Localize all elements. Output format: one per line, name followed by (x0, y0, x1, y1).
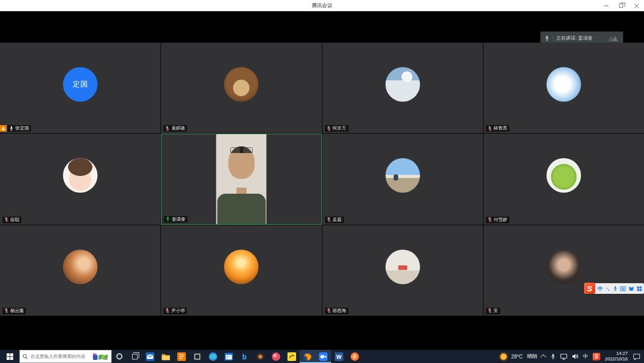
participant-tile[interactable]: 姜清奎 (161, 134, 321, 224)
mic-icon (544, 35, 550, 42)
participant-name: 安 (494, 308, 498, 314)
ime-punctuation-button[interactable]: ·, (605, 286, 610, 291)
weather-condition[interactable]: 晴朗 (527, 353, 537, 360)
tray-volume-icon[interactable] (572, 353, 578, 359)
system-tray: 28°C 晴朗 中 S 14:27 2022/10/16 (500, 350, 644, 363)
avatar (224, 250, 259, 284)
red-circle-app-icon[interactable] (268, 350, 284, 363)
ime-chinese-mode-button[interactable]: 中 (598, 285, 603, 292)
file-explorer-icon[interactable] (158, 350, 174, 363)
edge-icon[interactable] (205, 350, 221, 363)
participant-tile[interactable]: 吴霞 (323, 134, 483, 224)
close-icon (634, 4, 639, 8)
start-button[interactable] (0, 350, 19, 363)
mic-status-icon (166, 216, 170, 222)
participant-tile[interactable]: 何京万 (323, 43, 483, 133)
avatar (224, 67, 259, 102)
avatar (63, 158, 98, 193)
dark-circle-app-icon[interactable] (252, 350, 268, 363)
orange-note-app-icon[interactable] (174, 350, 189, 363)
ime-keyboard-menu-icon[interactable] (620, 286, 626, 291)
participant-name: 姜清奎 (172, 216, 185, 223)
task-view-icon (132, 354, 138, 359)
participant-name: 邵西海 (333, 308, 346, 314)
clock-date: 2022/10/16 (605, 356, 628, 362)
weather-temp[interactable]: 28°C (511, 354, 523, 359)
flame-app-icon[interactable] (347, 350, 363, 363)
participant-tile[interactable]: 袁婷璐 (161, 43, 321, 133)
window-titlebar: 腾讯会议 (0, 0, 644, 11)
tencent-meeting-icon[interactable] (315, 350, 331, 363)
yellow-app-icon[interactable] (284, 350, 300, 363)
mic-status-icon (488, 308, 492, 314)
minimize-icon (604, 6, 608, 6)
dark-app-icon[interactable] (189, 350, 205, 363)
weather-sun-icon[interactable] (500, 353, 507, 360)
mic-status-icon (327, 126, 331, 132)
word-icon[interactable]: W (331, 350, 347, 363)
restore-button[interactable] (614, 0, 629, 11)
ime-mode-indicator[interactable]: 中 (583, 353, 588, 360)
mail-icon[interactable] (142, 350, 158, 363)
mic-status-icon (165, 308, 170, 314)
participant-tile[interactable]: 付雪娇 (484, 134, 644, 224)
tray-mic-icon[interactable] (551, 353, 556, 360)
mic-status-icon (488, 217, 492, 223)
tencent-meeting-window: 腾讯会议 正在讲话: 姜清奎 定国张定国袁婷璐何京万林青亮侯聪姜清奎吴霞付雪娇杨… (0, 0, 644, 363)
meeting-logo-icon (607, 35, 619, 42)
action-center-icon[interactable] (633, 354, 640, 359)
clock-time: 14:27 (605, 351, 628, 356)
participant-name: 张定国 (15, 125, 29, 132)
orange-circle-app-icon[interactable] (300, 350, 315, 363)
svg-text:b: b (242, 352, 247, 360)
sogou-tray-icon[interactable]: S (593, 353, 600, 360)
participant-name: 何京万 (333, 125, 346, 132)
minimize-button[interactable] (598, 0, 614, 11)
search-highlight-icons[interactable] (91, 352, 109, 360)
participant-name: 侯聪 (10, 217, 19, 223)
tray-display-icon[interactable] (560, 353, 567, 360)
speaking-label: 正在讲话: 姜清奎 (556, 35, 593, 42)
participant-tile[interactable]: 林青亮 (484, 43, 644, 133)
sogou-input-toolbar[interactable]: S 中 ·, (584, 283, 644, 294)
windows-logo-icon (7, 353, 13, 360)
mic-status-icon (488, 126, 492, 132)
sogou-logo-icon[interactable]: S (584, 283, 595, 294)
ime-toolbox-icon[interactable] (637, 286, 642, 291)
window-title: 腾讯会议 (312, 2, 332, 9)
cortana-button[interactable] (112, 350, 127, 363)
ime-voice-icon[interactable] (613, 286, 618, 292)
bing-icon[interactable]: b (237, 350, 252, 363)
avatar: 定国 (63, 67, 98, 102)
glasses (230, 147, 252, 153)
participant-name: 林青亮 (494, 125, 507, 132)
participant-tile[interactable]: 杨云隆 (0, 225, 160, 316)
cortana-icon (116, 353, 122, 359)
avatar (63, 250, 98, 284)
ime-skin-icon[interactable] (628, 286, 634, 291)
live-video-feed (216, 134, 267, 224)
participant-tile[interactable]: 侯聪 (0, 134, 160, 224)
participant-tile[interactable]: 邵西海 (323, 225, 483, 316)
taskbar-search-box[interactable] (19, 350, 112, 363)
avatar (546, 158, 581, 193)
avatar (385, 250, 420, 284)
tray-expand-icon[interactable] (540, 354, 546, 360)
divider (553, 35, 553, 41)
participant-tile[interactable]: 定国张定国 (0, 43, 160, 133)
participant-name: 付雪娇 (494, 217, 507, 223)
participant-tile[interactable]: 尹小华 (161, 225, 321, 316)
calendar-app-icon[interactable] (221, 350, 237, 363)
close-button[interactable] (629, 0, 644, 11)
participant-name: 尹小华 (171, 308, 185, 314)
host-icon (0, 125, 7, 132)
taskbar-clock[interactable]: 14:27 2022/10/16 (605, 351, 628, 362)
meeting-content: 正在讲话: 姜清奎 定国张定国袁婷璐何京万林青亮侯聪姜清奎吴霞付雪娇杨云隆尹小华… (0, 11, 644, 350)
search-input[interactable] (30, 354, 89, 359)
task-view-button[interactable] (127, 350, 142, 363)
avatar (385, 67, 420, 102)
pinned-apps: bW (142, 350, 363, 363)
mic-status-icon (165, 126, 170, 132)
participant-tile[interactable]: 安 (484, 225, 644, 316)
avatar (385, 158, 420, 193)
